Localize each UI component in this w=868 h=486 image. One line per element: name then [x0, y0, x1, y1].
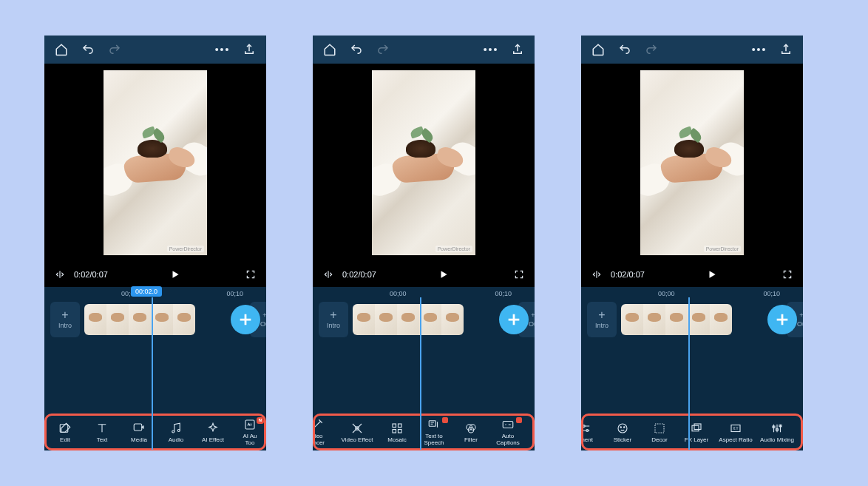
phones-row: ••• PowerDirector 0:02/0:07	[44, 36, 803, 450]
intro-chip[interactable]: +Intro	[587, 302, 617, 337]
preview-area: PowerDirector	[581, 64, 803, 262]
video-clip[interactable]	[621, 304, 732, 335]
bottom-toolbar: ideo ancer Video Effect Mosaic Text to S…	[313, 414, 535, 450]
sparkle-icon	[206, 421, 220, 436]
intro-chip[interactable]: +Intro	[50, 302, 80, 337]
play-icon[interactable]	[435, 266, 452, 283]
wand-icon	[313, 417, 325, 432]
tool-auto-captions[interactable]: Auto Captions	[489, 416, 526, 448]
tool-video-effect[interactable]: Video Effect	[336, 416, 379, 448]
tool-mosaic[interactable]: Mosaic	[379, 416, 416, 448]
undo-icon[interactable]	[348, 41, 365, 58]
tool-audio[interactable]: Audio	[157, 416, 194, 448]
undo-icon[interactable]	[617, 41, 633, 58]
tool-audio-mixing[interactable]: Audio Mixing	[756, 416, 798, 448]
fullscreen-icon[interactable]	[779, 266, 796, 283]
svg-rect-9	[399, 429, 402, 433]
play-icon[interactable]	[704, 266, 720, 283]
watermark: PowerDirector	[704, 246, 741, 252]
export-icon[interactable]	[778, 41, 794, 58]
home-icon[interactable]	[322, 41, 338, 58]
add-media-fab[interactable]	[499, 305, 529, 334]
redo-icon[interactable]	[106, 41, 123, 58]
volume-icon[interactable]	[320, 266, 336, 283]
layers-icon	[689, 421, 704, 436]
ai-icon	[243, 417, 257, 432]
timeline[interactable]: 00;0000;10 +Intro +Ou	[581, 287, 803, 348]
svg-rect-14	[503, 422, 513, 428]
playback-controls: 0:02/0:07	[581, 262, 803, 287]
svg-rect-8	[393, 429, 396, 433]
tool-ai-effect[interactable]: AI Effect	[194, 416, 231, 448]
svg-rect-21	[692, 425, 699, 431]
fullscreen-icon[interactable]	[243, 266, 259, 283]
phone-screen-3: ••• PowerDirector 0:02/0:07 00;0000;10 +…	[581, 36, 803, 450]
media-icon	[132, 421, 146, 436]
tool-ai-auto[interactable]: N AI Au Too	[231, 416, 266, 448]
tool-edit[interactable]: Edit	[47, 416, 84, 448]
bottom-toolbar: tment Sticker Decor FX Layer X:Y Aspect …	[581, 414, 803, 450]
svg-rect-6	[393, 424, 396, 428]
bottom-toolbar: Edit Text Media Audio AI Effect N AI	[44, 414, 266, 450]
filter-icon	[464, 421, 478, 436]
fullscreen-icon[interactable]	[511, 266, 527, 283]
timecode: 0:02/0:07	[342, 270, 376, 279]
phone-screen-2: ••• PowerDirector 0:02/0:07 00;0000;10 +…	[313, 36, 535, 450]
tool-sticker[interactable]: Sticker	[604, 416, 641, 448]
tool-adjustment[interactable]: tment	[581, 416, 604, 448]
video-preview[interactable]: PowerDirector	[104, 70, 207, 255]
timeline[interactable]: 00;0000;10 +Intro +Ou	[313, 287, 535, 348]
text-icon	[95, 421, 109, 436]
tool-aspect-ratio[interactable]: X:Y Aspect Ratio	[715, 416, 756, 448]
mosaic-icon	[390, 421, 404, 436]
tool-video-enhancer[interactable]: ideo ancer	[313, 416, 336, 448]
tool-filter[interactable]: Filter	[452, 416, 489, 448]
redo-icon[interactable]	[643, 41, 660, 58]
fx-icon	[350, 421, 365, 436]
video-preview[interactable]: PowerDirector	[372, 70, 475, 255]
svg-point-19	[624, 426, 625, 428]
redo-icon[interactable]	[375, 41, 391, 58]
tts-icon	[427, 417, 441, 432]
watermark: PowerDirector	[435, 246, 472, 252]
play-icon[interactable]	[167, 266, 183, 283]
top-bar: •••	[44, 36, 266, 64]
add-media-fab[interactable]	[231, 305, 260, 334]
home-icon[interactable]	[53, 41, 69, 58]
svg-rect-4	[245, 420, 254, 429]
volume-icon[interactable]	[589, 266, 605, 283]
tool-fx-layer[interactable]: FX Layer	[678, 416, 715, 448]
audio-icon	[169, 421, 183, 436]
svg-point-18	[620, 426, 622, 428]
add-media-fab[interactable]	[767, 305, 797, 334]
sliders-icon	[581, 421, 593, 436]
timecode: 0:02/0:07	[611, 270, 645, 279]
new-badge	[442, 417, 448, 423]
video-clip[interactable]	[353, 304, 464, 335]
svg-rect-22	[694, 424, 701, 430]
intro-chip[interactable]: +Intro	[319, 302, 348, 337]
watermark: PowerDirector	[167, 246, 204, 252]
undo-icon[interactable]	[80, 41, 96, 58]
preview-area: PowerDirector	[44, 64, 266, 262]
svg-rect-1	[134, 424, 142, 431]
more-icon[interactable]: •••	[214, 41, 231, 58]
export-icon[interactable]	[241, 41, 257, 58]
edit-icon	[58, 421, 72, 436]
video-clip[interactable]	[84, 304, 195, 335]
timeline[interactable]: 00;0000;10 00:02.0 +Intro +Ou	[44, 287, 266, 348]
tool-decor[interactable]: Decor	[641, 416, 678, 448]
decor-icon	[652, 421, 667, 436]
more-icon[interactable]: •••	[751, 41, 767, 58]
tool-text[interactable]: Text	[84, 416, 121, 448]
top-bar: •••	[581, 36, 803, 64]
volume-icon[interactable]	[52, 266, 68, 283]
more-icon[interactable]: •••	[483, 41, 499, 58]
captions-icon	[501, 417, 515, 432]
svg-rect-7	[399, 424, 402, 428]
video-preview[interactable]: PowerDirector	[640, 70, 744, 255]
home-icon[interactable]	[590, 41, 606, 58]
svg-rect-20	[655, 424, 664, 433]
top-bar: •••	[313, 36, 535, 64]
export-icon[interactable]	[509, 41, 526, 58]
